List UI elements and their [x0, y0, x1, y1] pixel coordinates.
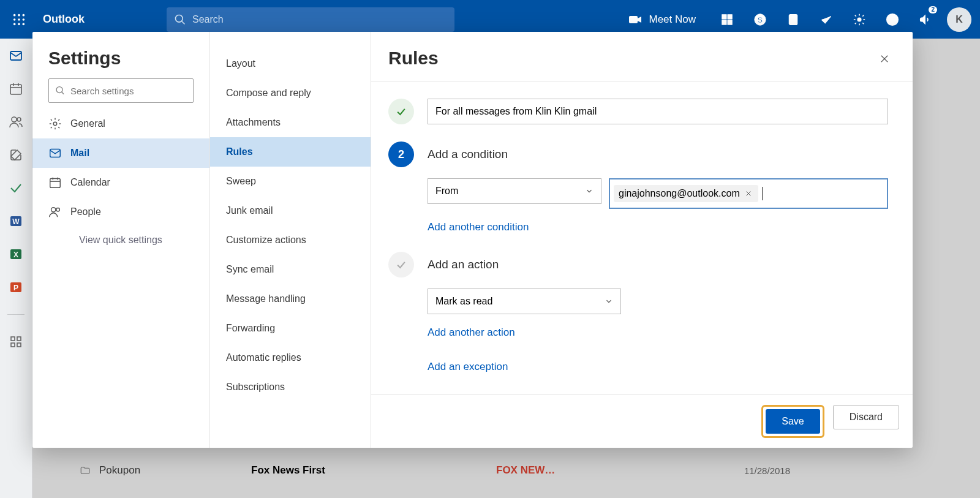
svg-rect-37 [11, 337, 15, 341]
chip-remove-button[interactable] [744, 189, 753, 198]
subnav-autoreplies[interactable]: Automatic replies [210, 343, 371, 372]
search-icon [174, 13, 186, 26]
save-button[interactable]: Save [766, 409, 820, 434]
teams-icon [720, 13, 734, 26]
add-another-action-link[interactable]: Add another action [428, 326, 515, 339]
notifications-button[interactable]: 2 [909, 0, 942, 39]
svg-point-0 [13, 13, 16, 16]
subnav-forwarding[interactable]: Forwarding [210, 314, 371, 343]
todo-app-icon[interactable] [7, 179, 24, 197]
video-icon [628, 12, 643, 27]
condition-value-input[interactable]: ginajohnsong@outlook.com [609, 178, 888, 209]
search-icon [55, 85, 66, 96]
rail-separator [7, 314, 24, 315]
svg-point-30 [17, 118, 21, 121]
svg-rect-38 [17, 337, 21, 341]
text-cursor [762, 187, 763, 200]
step-3-indicator [388, 252, 414, 277]
global-search[interactable] [167, 7, 454, 32]
svg-point-41 [56, 87, 62, 93]
word-app-icon[interactable]: W [7, 213, 24, 230]
svg-rect-11 [629, 16, 638, 23]
chevron-down-icon [605, 297, 613, 306]
subnav-layout[interactable]: Layout [210, 49, 371, 78]
settings-title: Settings [32, 48, 209, 78]
waffle-icon [12, 13, 26, 26]
add-another-condition-link[interactable]: Add another condition [428, 221, 529, 233]
rules-title: Rules [388, 48, 873, 69]
close-button[interactable] [873, 48, 895, 70]
check-icon [395, 258, 407, 271]
svg-point-9 [176, 15, 183, 22]
settings-category-general[interactable]: General [32, 109, 209, 138]
close-icon [745, 190, 752, 197]
add-exception-link[interactable]: Add an exception [428, 361, 508, 373]
svg-rect-12 [722, 14, 726, 18]
account-avatar[interactable]: K [947, 7, 971, 32]
svg-point-23 [892, 22, 892, 23]
close-icon [879, 53, 890, 64]
category-label: Mail [70, 148, 89, 159]
more-apps-icon[interactable] [7, 333, 24, 350]
subnav-subscriptions[interactable]: Subscriptions [210, 372, 371, 402]
excel-app-icon[interactable]: X [7, 246, 24, 263]
message-subject: FOX NEW… [496, 464, 732, 477]
powerpoint-app-icon[interactable]: P [7, 279, 24, 296]
subnav-rules[interactable]: Rules [210, 137, 371, 167]
settings-search[interactable] [48, 78, 194, 103]
files-app-icon[interactable] [7, 146, 24, 164]
svg-point-21 [858, 18, 861, 21]
message-date: 11/28/2018 [744, 466, 790, 476]
svg-point-43 [53, 122, 57, 126]
settings-category-people[interactable]: People [32, 197, 209, 227]
svg-rect-39 [11, 343, 15, 347]
condition-type-value: From [435, 186, 458, 197]
svg-point-7 [18, 23, 20, 25]
rules-body: 2 Add a condition From ginajohnsong@outl… [371, 81, 913, 394]
svg-rect-25 [10, 85, 21, 94]
folder-name: Pokupon [99, 464, 140, 477]
mail-icon [48, 146, 62, 160]
settings-search-input[interactable] [70, 86, 187, 96]
step-1-indicator [388, 99, 414, 124]
category-label: Calendar [70, 177, 110, 188]
notif-badge: 2 [929, 6, 937, 13]
svg-point-29 [12, 117, 17, 122]
svg-point-3 [13, 18, 16, 21]
meet-now-label: Meet Now [649, 13, 696, 26]
subnav-msghandling[interactable]: Message handling [210, 284, 371, 314]
megaphone-icon [919, 13, 932, 26]
mail-settings-subnav: Layout Compose and reply Attachments Rul… [210, 32, 371, 448]
question-icon [886, 13, 899, 26]
subnav-compose[interactable]: Compose and reply [210, 78, 371, 108]
settings-modal: Settings General Mail Calendar People Vi… [32, 32, 913, 448]
condition-type-select[interactable]: From [428, 178, 601, 204]
subnav-sync[interactable]: Sync email [210, 255, 371, 284]
subnav-sweep[interactable]: Sweep [210, 167, 371, 196]
subnav-attachments[interactable]: Attachments [210, 108, 371, 137]
svg-rect-44 [50, 149, 61, 157]
settings-category-calendar[interactable]: Calendar [32, 168, 209, 197]
category-label: General [70, 118, 105, 129]
svg-rect-40 [17, 343, 21, 347]
rules-footer: Save Discard [371, 394, 913, 448]
category-label: People [70, 206, 101, 217]
svg-rect-45 [50, 179, 61, 188]
global-search-input[interactable] [192, 14, 447, 25]
subnav-junk[interactable]: Junk email [210, 196, 371, 225]
svg-text:W: W [12, 217, 20, 226]
mail-app-icon[interactable] [7, 47, 24, 64]
discard-button[interactable]: Discard [833, 405, 899, 429]
people-app-icon[interactable] [7, 113, 24, 130]
view-quick-settings-link[interactable]: View quick settings [32, 227, 209, 254]
settings-category-mail[interactable]: Mail [32, 138, 209, 168]
svg-point-1 [18, 13, 20, 16]
action-type-select[interactable]: Mark as read [428, 289, 621, 314]
message-row[interactable]: Fox News First FOX NEW… 11/28/2018 [251, 454, 790, 487]
rule-name-input[interactable] [428, 99, 888, 124]
subnav-customize[interactable]: Customize actions [210, 225, 371, 255]
check-icon [395, 105, 407, 118]
meet-now-button[interactable]: Meet Now [628, 12, 696, 27]
calendar-app-icon[interactable] [7, 80, 24, 97]
svg-line-10 [182, 21, 185, 24]
